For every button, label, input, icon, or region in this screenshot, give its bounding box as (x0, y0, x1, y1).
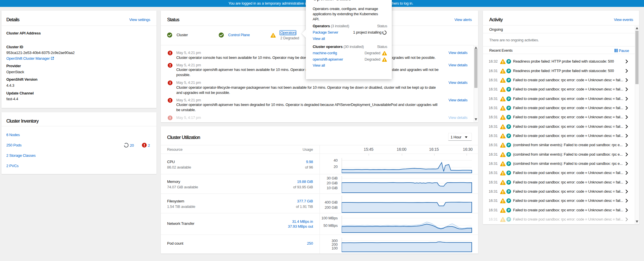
svg-text:P: P (508, 162, 510, 165)
svg-text:P: P (508, 88, 510, 91)
svg-text:P: P (508, 69, 510, 73)
svg-text:P: P (508, 153, 510, 156)
svg-text:P: P (508, 190, 510, 193)
svg-text:P: P (508, 115, 510, 119)
svg-text:P: P (508, 125, 510, 128)
svg-text:P: P (508, 171, 510, 175)
svg-text:P: P (508, 60, 510, 63)
svg-text:P: P (508, 218, 510, 221)
svg-text:P: P (508, 134, 510, 138)
svg-text:P: P (508, 208, 510, 212)
svg-text:P: P (508, 78, 510, 82)
svg-text:P: P (508, 106, 510, 110)
svg-text:P: P (508, 143, 510, 147)
svg-text:P: P (508, 181, 510, 184)
svg-text:P: P (508, 97, 510, 100)
svg-text:P: P (508, 199, 510, 202)
